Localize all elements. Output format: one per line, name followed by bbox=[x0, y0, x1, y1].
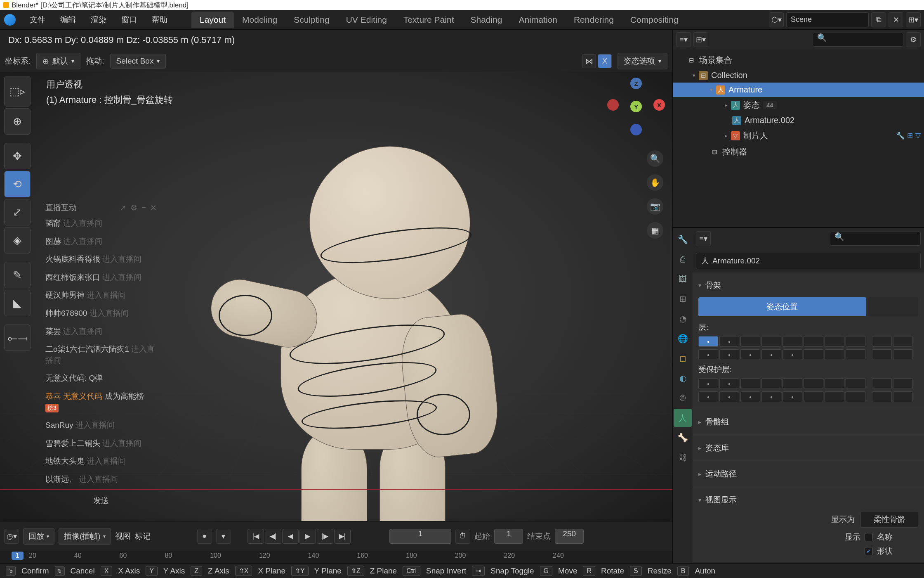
p-layer-22[interactable] bbox=[804, 391, 823, 402]
camera-icon[interactable]: 📷 bbox=[647, 198, 663, 215]
viewport-canvas[interactable]: 用户透视 (1) Armature : 控制骨_骨盆旋转 ⬚▹ ⊕ ✥ ⟲ ⤢ … bbox=[0, 72, 672, 521]
tab-layout[interactable]: Layout bbox=[191, 12, 234, 28]
show-shapes-checkbox[interactable]: ✔ bbox=[865, 547, 873, 555]
pose-options-dropdown[interactable]: 姿态选项 bbox=[618, 53, 667, 69]
expand-icon[interactable]: ▸ bbox=[725, 102, 728, 108]
mirror-x-button[interactable]: X bbox=[598, 54, 612, 68]
view-menu[interactable]: 视图 bbox=[115, 531, 131, 542]
rotate-tool[interactable]: ⟲ bbox=[4, 171, 31, 197]
prop-tab-modifier[interactable]: ◐ bbox=[674, 369, 692, 387]
chat-send-button[interactable]: 发送 bbox=[45, 492, 157, 506]
tree-collection[interactable]: ▾ ⊟ Collection bbox=[673, 68, 924, 83]
select-mode-dropdown[interactable]: Select Box bbox=[110, 54, 166, 69]
prop-tab-bone[interactable]: 🦴 bbox=[674, 429, 692, 447]
playhead[interactable]: 1 bbox=[12, 552, 24, 560]
gizmo-z-axis[interactable]: Z bbox=[630, 78, 642, 89]
gizmo-neg-x[interactable] bbox=[607, 99, 619, 111]
prop-tab-render[interactable]: ⎙ bbox=[674, 250, 692, 268]
p-layer-24[interactable] bbox=[846, 391, 865, 402]
layer-6[interactable] bbox=[804, 336, 823, 347]
prop-tab-boneconstraint[interactable]: ⛓ bbox=[674, 448, 692, 467]
props-search-input[interactable]: 🔍 bbox=[830, 232, 921, 246]
prop-tab-physics[interactable]: ℗ bbox=[674, 389, 692, 407]
prop-tab-world[interactable]: 🌐 bbox=[674, 329, 692, 348]
blender-logo-icon[interactable] bbox=[4, 14, 16, 26]
bone-groups-header[interactable]: 骨骼组 bbox=[698, 413, 918, 431]
p-layer-26[interactable] bbox=[893, 391, 913, 402]
motion-paths-header[interactable]: 运动路径 bbox=[698, 465, 918, 483]
tab-texture[interactable]: Texture Paint bbox=[395, 12, 462, 28]
marker-menu[interactable]: 标记 bbox=[135, 531, 151, 542]
menu-file[interactable]: 文件 bbox=[22, 11, 53, 28]
mirror-icon[interactable]: ⋈ bbox=[582, 54, 596, 68]
pose-position-button[interactable]: 姿态位置 bbox=[698, 297, 866, 316]
prop-tab-scene[interactable]: ◔ bbox=[674, 310, 692, 328]
viewlayer-dropdown-icon[interactable]: ⊞▾ bbox=[906, 12, 921, 27]
nav-gizmo[interactable]: Z Y X bbox=[607, 78, 665, 135]
prop-tab-viewlayer[interactable]: ⊞ bbox=[674, 290, 692, 308]
tab-modeling[interactable]: Modeling bbox=[234, 12, 285, 28]
transform-tool[interactable]: ◈ bbox=[4, 227, 31, 253]
chat-settings-icon[interactable]: ⚙ bbox=[130, 203, 137, 213]
scene-copy-button[interactable]: ⧉ bbox=[871, 12, 886, 27]
p-layer-18[interactable] bbox=[719, 391, 739, 402]
layer-9[interactable] bbox=[872, 336, 892, 347]
layer-18[interactable] bbox=[719, 349, 739, 360]
end-frame-input[interactable]: 250 bbox=[555, 529, 584, 544]
play-reverse-button[interactable]: ◀ bbox=[282, 529, 299, 544]
move-tool[interactable]: ✥ bbox=[4, 143, 31, 169]
gizmo-y-axis[interactable]: Y bbox=[630, 101, 642, 112]
outliner-display-mode[interactable]: ≡▾ bbox=[676, 32, 691, 47]
scene-dropdown-icon[interactable]: ⬡▾ bbox=[769, 12, 784, 27]
tab-rendering[interactable]: Rendering bbox=[566, 12, 622, 28]
tab-animation[interactable]: Animation bbox=[511, 12, 566, 28]
outliner-search-input[interactable]: 🔍 bbox=[813, 33, 903, 47]
keying-dropdown[interactable]: ▾ bbox=[216, 529, 231, 544]
gizmo-neg-z[interactable] bbox=[630, 124, 642, 135]
tree-mesh[interactable]: ▸ ▽ 制片人 🔧 ⊞ ▽ bbox=[673, 128, 924, 144]
layer-8[interactable] bbox=[846, 336, 865, 347]
chat-close-icon[interactable]: ✕ bbox=[150, 203, 157, 213]
pose-library-header[interactable]: 姿态库 bbox=[698, 439, 918, 457]
p-layer-19[interactable] bbox=[740, 391, 760, 402]
play-button[interactable]: ▶ bbox=[299, 529, 316, 544]
current-frame-input[interactable]: 1 bbox=[389, 529, 451, 544]
pan-icon[interactable]: ✋ bbox=[647, 174, 663, 191]
p-layer-3[interactable] bbox=[740, 378, 760, 389]
expand-icon[interactable]: ▾ bbox=[693, 72, 695, 78]
layer-1[interactable] bbox=[698, 336, 718, 347]
tree-scene-collection[interactable]: ⊟ 场景集合 bbox=[673, 52, 924, 68]
prop-tab-armature[interactable]: 人 bbox=[674, 409, 692, 427]
playback-menu[interactable]: 回放 bbox=[23, 528, 54, 545]
keyframe-prev-button[interactable]: ◀| bbox=[265, 529, 281, 544]
menu-window[interactable]: 窗口 bbox=[114, 11, 144, 28]
jump-start-button[interactable]: |◀ bbox=[248, 529, 264, 544]
measure-tool[interactable]: ◣ bbox=[4, 290, 31, 316]
layer-2[interactable] bbox=[719, 336, 739, 347]
skeleton-section-header[interactable]: 骨架 bbox=[698, 277, 918, 294]
layer-5[interactable] bbox=[783, 336, 802, 347]
layer-25[interactable] bbox=[872, 349, 892, 360]
expand-icon[interactable]: ▸ bbox=[725, 133, 728, 139]
menu-render[interactable]: 渲染 bbox=[83, 11, 114, 28]
tree-armature[interactable]: ▾ 人 Armature bbox=[673, 83, 924, 97]
p-layer-5[interactable] bbox=[783, 378, 802, 389]
props-editor-type[interactable]: ≡▾ bbox=[696, 231, 711, 246]
display-as-dropdown[interactable]: 柔性骨骼 bbox=[860, 511, 918, 528]
breakdowner-tool[interactable]: ⟜⟞ bbox=[4, 325, 31, 351]
tab-shading[interactable]: Shading bbox=[462, 12, 510, 28]
start-frame-input[interactable]: 1 bbox=[494, 529, 523, 544]
rest-position-button[interactable] bbox=[868, 297, 918, 316]
p-layer-2[interactable] bbox=[719, 378, 739, 389]
menu-edit[interactable]: 编辑 bbox=[53, 11, 83, 28]
select-tool[interactable]: ⬚▹ bbox=[4, 76, 31, 107]
jump-end-button[interactable]: ▶| bbox=[334, 529, 351, 544]
layer-23[interactable] bbox=[825, 349, 844, 360]
perspective-icon[interactable]: ▦ bbox=[647, 222, 663, 239]
scene-name-input[interactable] bbox=[786, 12, 869, 27]
keying-menu[interactable]: 插像(插帧) bbox=[59, 528, 111, 545]
tree-pose[interactable]: ▸ 人 姿态 44 bbox=[673, 97, 924, 113]
prop-tab-output[interactable]: 🖼 bbox=[674, 270, 692, 288]
menu-help[interactable]: 帮助 bbox=[144, 11, 175, 28]
zoom-icon[interactable]: 🔍 bbox=[647, 150, 663, 167]
